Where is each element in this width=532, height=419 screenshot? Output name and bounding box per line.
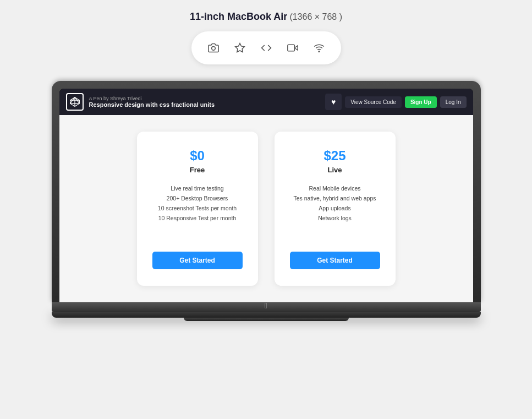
code-icon[interactable] <box>255 37 277 59</box>
video-icon[interactable] <box>282 37 304 59</box>
svg-marker-1 <box>235 43 244 52</box>
codepen-logo <box>66 93 84 111</box>
feature-item: 200+ Desktop Browsers <box>152 195 243 202</box>
apple-logo-icon:  <box>265 301 267 310</box>
page-content: $0 Free Live real time testing 200+ Desk… <box>59 115 473 302</box>
price-amount-live: $25 <box>323 148 345 164</box>
macbook-bottom-bar <box>184 318 349 321</box>
wifi-icon[interactable] <box>308 37 330 59</box>
device-label: 11-inch MacBook Air (1366 × 768 ) <box>190 11 342 23</box>
pricing-card-free: $0 Free Live real time testing 200+ Desk… <box>137 132 258 286</box>
price-features-free: Live real time testing 200+ Desktop Brow… <box>152 185 243 240</box>
heart-button[interactable]: ♥ <box>325 94 342 110</box>
feature-item: Real Mobile devices <box>290 185 380 192</box>
svg-rect-3 <box>287 45 294 51</box>
browser-bar: A Pen by Shreya Trivedi Responsive desig… <box>59 89 473 115</box>
price-plan-live: Live <box>327 166 342 174</box>
pricing-card-live: $25 Live Real Mobile devices Tes native,… <box>275 132 396 286</box>
price-amount-free: $0 <box>190 148 205 164</box>
feature-item: App uploads <box>290 205 380 211</box>
feature-item: Tes native, hybrid and web apps <box>290 195 380 202</box>
price-plan-free: Free <box>190 166 205 174</box>
get-started-button-free[interactable]: Get Started <box>152 252 243 269</box>
tag-icon[interactable] <box>229 37 251 59</box>
feature-item: 10 Responsive Test per month <box>152 215 243 221</box>
view-source-button[interactable]: View Source Code <box>345 96 402 108</box>
feature-item: 10 screenshot Tests per month <box>152 205 243 211</box>
browser-actions: ♥ View Source Code Sign Up Log In <box>325 94 466 110</box>
macbook-shell: A Pen by Shreya Trivedi Responsive desig… <box>52 81 481 321</box>
macbook-base:  <box>52 302 481 312</box>
macbook-screen: A Pen by Shreya Trivedi Responsive desig… <box>59 89 473 302</box>
toolbar <box>191 31 341 64</box>
pen-author: A Pen by Shreya Trivedi <box>89 96 320 101</box>
macbook-foot <box>52 312 481 318</box>
camera-icon[interactable] <box>202 37 224 59</box>
signup-button[interactable]: Sign Up <box>405 96 437 108</box>
get-started-button-live[interactable]: Get Started <box>290 252 380 269</box>
svg-point-0 <box>211 47 215 51</box>
macbook-lid: A Pen by Shreya Trivedi Responsive desig… <box>52 81 481 302</box>
svg-point-4 <box>319 51 320 52</box>
login-button[interactable]: Log In <box>440 96 467 108</box>
svg-marker-2 <box>294 46 298 50</box>
feature-item: Network logs <box>290 215 380 221</box>
feature-item: Live real time testing <box>152 185 243 192</box>
price-features-live: Real Mobile devices Tes native, hybrid a… <box>290 185 380 240</box>
pen-info: A Pen by Shreya Trivedi Responsive desig… <box>89 96 320 108</box>
pen-title: Responsive design with css fractional un… <box>89 101 320 108</box>
